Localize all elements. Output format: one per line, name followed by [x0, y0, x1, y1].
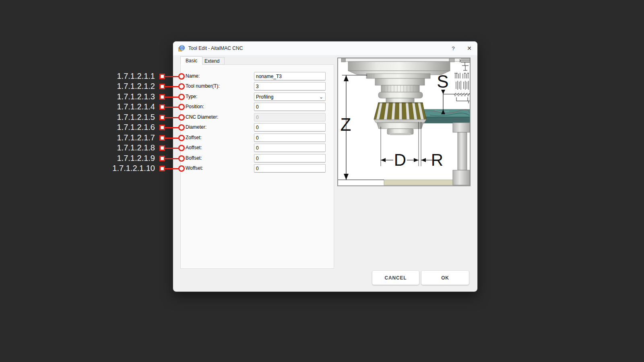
field-label-diameter: Diameter:: [186, 124, 206, 130]
tool_number-field[interactable]: [254, 82, 326, 90]
screen: Tool Edit - AitalMAC CNC ? ✕ Basic Exten…: [0, 0, 644, 362]
boffset-field[interactable]: [254, 154, 326, 162]
annotation-square-marker: [159, 104, 165, 110]
annotation-square-marker: [159, 74, 165, 79]
annotation-square-marker: [159, 166, 165, 171]
field-label-name: Name:: [186, 73, 200, 79]
diameter-field[interactable]: [254, 123, 326, 132]
annotation-label: 1.7.1.2.1.2: [97, 81, 155, 91]
woffset-field[interactable]: [254, 164, 326, 173]
field-label-position: Position:: [186, 104, 204, 109]
annotation-square-marker: [159, 135, 165, 141]
selected-option-label: Profiling: [256, 94, 273, 100]
annotation-label: 1.7.1.2.1.7: [97, 132, 155, 143]
form-rows: Name:Tool number(T):Type:Profiling⌄Posit…: [173, 41, 477, 292]
annotation-label: 1.7.1.2.1.10: [97, 163, 155, 173]
annotation-label: 1.7.1.2.1.6: [97, 122, 155, 132]
field-label-aoffset: Aoffset:: [186, 145, 202, 150]
field-label-tool_number: Tool number(T):: [186, 83, 220, 89]
field-label-woffset: Woffset:: [186, 165, 203, 171]
annotation-square-marker: [159, 94, 165, 100]
annotation-label: 1.7.1.2.1.1: [97, 71, 155, 81]
annotation-label: 1.7.1.2.1.9: [97, 153, 155, 163]
tool-edit-dialog: Tool Edit - AitalMAC CNC ? ✕ Basic Exten…: [173, 41, 477, 292]
position-field[interactable]: [254, 103, 326, 111]
annotation-square-marker: [159, 145, 165, 151]
type-select[interactable]: Profiling⌄: [254, 93, 326, 101]
field-label-cnc_diameter: CNC Diameter:: [186, 114, 218, 120]
name-field[interactable]: [254, 72, 326, 80]
annotation-square-marker: [159, 156, 165, 161]
annotation-label: 1.7.1.2.1.5: [97, 112, 155, 122]
aoffset-field[interactable]: [254, 144, 326, 152]
field-label-type: Type:: [186, 94, 197, 99]
chevron-down-icon: ⌄: [319, 93, 323, 101]
cnc_diameter-field: [254, 113, 326, 121]
annotation-label: 1.7.1.2.1.3: [97, 91, 155, 102]
field-label-boffset: Boffset:: [186, 155, 202, 161]
annotation-square-marker: [159, 115, 165, 120]
annotation-label: 1.7.1.2.1.4: [97, 101, 155, 112]
annotation-square-marker: [159, 84, 165, 89]
zoffset-field[interactable]: [254, 134, 326, 142]
field-label-zoffset: Zoffset:: [186, 135, 202, 140]
annotation-square-marker: [159, 125, 165, 130]
annotation-label: 1.7.1.2.1.8: [97, 142, 155, 153]
